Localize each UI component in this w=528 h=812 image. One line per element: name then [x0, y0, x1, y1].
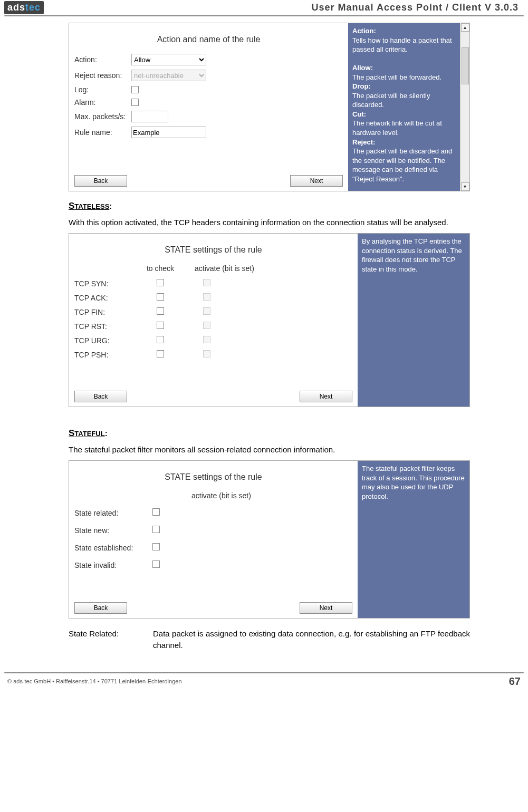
state-checkbox[interactable]: [152, 508, 160, 516]
flag-label: TCP URG:: [74, 336, 131, 345]
panel1-help: Action: Tells how to handle a packet tha…: [348, 23, 460, 191]
help-h1: Action:: [352, 27, 376, 35]
log-label: Log:: [74, 85, 131, 94]
action-label: Action:: [74, 55, 131, 64]
reject-select: net-unreachable: [131, 70, 206, 81]
activate-checkbox: [203, 336, 210, 343]
next-button[interactable]: Next: [300, 391, 352, 402]
panel2-help: By analysing the TCP entries the connect…: [358, 234, 469, 407]
tocheck-checkbox[interactable]: [157, 293, 164, 301]
help-t5: The packet will be discarded and the sen…: [352, 147, 452, 183]
def-desc: Data packet is assigned to existing data…: [153, 628, 470, 651]
help-h3: Drop:: [352, 82, 371, 90]
state-checkbox[interactable]: [152, 543, 160, 550]
tcp-flag-row: TCP FIN:: [74, 307, 352, 316]
tcp-flag-row: TCP SYN:: [74, 279, 352, 288]
state-row: State new:: [74, 526, 352, 535]
help-h5: Reject:: [352, 138, 375, 146]
tocheck-checkbox[interactable]: [157, 336, 164, 343]
logo-sub: tec: [25, 2, 41, 13]
tocheck-checkbox[interactable]: [157, 279, 164, 286]
panel-action-rule: Action and name of the rule Action: Allo…: [69, 23, 470, 191]
state-row: State established:: [74, 543, 352, 552]
flag-label: TCP ACK:: [74, 294, 131, 302]
scroll-thumb[interactable]: [462, 47, 469, 84]
logo-main: ads: [7, 2, 25, 13]
flag-label: TCP FIN:: [74, 308, 131, 316]
col-tocheck: to check: [131, 264, 189, 273]
panel-stateless: STATE settings of the rule to check acti…: [69, 233, 470, 407]
state-row: State related:: [74, 508, 352, 517]
scroll-track[interactable]: [461, 32, 469, 182]
activate-checkbox: [203, 307, 210, 315]
rulename-input[interactable]: [131, 127, 206, 138]
back-button[interactable]: Back: [74, 391, 127, 402]
tcp-flag-row: TCP URG:: [74, 336, 352, 345]
tocheck-checkbox[interactable]: [157, 322, 164, 329]
tcp-flag-row: TCP RST:: [74, 322, 352, 331]
stateless-text: With this option activated, the TCP head…: [69, 217, 470, 228]
state-label: State established:: [74, 544, 152, 552]
copyright: © ads-tec GmbH • Raiffeisenstr.14 • 7077…: [7, 678, 182, 684]
doc-title: User Manual Access Point / Client V 3.0.…: [44, 2, 524, 13]
scrollbar[interactable]: ▴ ▾: [460, 23, 469, 191]
def-state-related: State Related: Data packet is assigned t…: [69, 628, 470, 651]
tcp-flag-row: TCP ACK:: [74, 293, 352, 302]
footer-rule: [4, 672, 524, 673]
activate-checkbox: [203, 350, 210, 357]
def-term: State Related:: [69, 628, 153, 651]
panel-stateful: STATE settings of the rule activate (bit…: [69, 460, 470, 618]
maxpkts-input[interactable]: [131, 111, 168, 122]
alarm-checkbox[interactable]: [131, 99, 139, 106]
alarm-label: Alarm:: [74, 98, 131, 107]
help-h2: Allow:: [352, 64, 373, 72]
tocheck-checkbox[interactable]: [157, 350, 164, 357]
activate-checkbox: [203, 322, 210, 329]
help-h4: Cut:: [352, 110, 366, 118]
back-button[interactable]: Back: [74, 175, 127, 187]
reject-label: Reject reason:: [74, 71, 131, 80]
page-number: 67: [509, 675, 521, 688]
page-header: adstec User Manual Access Point / Client…: [0, 0, 528, 15]
state-row: State invalid:: [74, 560, 352, 569]
rulename-label: Rule name:: [74, 128, 131, 137]
panel3-help: The stateful packet filter keeps track o…: [358, 461, 469, 618]
log-checkbox[interactable]: [131, 86, 139, 93]
tocheck-checkbox[interactable]: [157, 307, 164, 315]
col-activate: activate (bit is set): [189, 264, 352, 273]
maxpkts-label: Max. packets/s:: [74, 112, 131, 121]
state-checkbox[interactable]: [152, 526, 160, 533]
panel2-headers: to check activate (bit is set): [74, 264, 352, 273]
stateful-text: The stateful packet filter monitors all …: [69, 444, 470, 455]
state-label: State related:: [74, 509, 152, 517]
help-t2: The packet will be forwarded.: [352, 73, 441, 81]
header-rule: [4, 15, 524, 16]
next-button[interactable]: Next: [300, 602, 352, 614]
action-select[interactable]: Allow: [131, 54, 206, 65]
help-t1: Tells how to handle a packet that passed…: [352, 36, 452, 54]
panel3-colheader: activate (bit is set): [90, 491, 352, 500]
help-t6: Additionally, a log entry could: [352, 194, 441, 201]
activate-checkbox: [203, 293, 210, 301]
state-checkbox[interactable]: [152, 560, 160, 568]
state-label: State invalid:: [74, 561, 152, 569]
flag-label: TCP RST:: [74, 322, 131, 331]
stateless-heading: STATELESS:: [69, 201, 470, 211]
page-footer: © ads-tec GmbH • Raiffeisenstr.14 • 7077…: [0, 675, 528, 692]
panel3-title: STATE settings of the rule: [74, 472, 352, 482]
panel2-title: STATE settings of the rule: [74, 245, 352, 255]
scroll-down-icon[interactable]: ▾: [461, 182, 469, 191]
activate-checkbox: [203, 279, 210, 286]
back-button[interactable]: Back: [74, 602, 127, 614]
logo: adstec: [4, 1, 44, 14]
stateful-heading: STATEFUL:: [69, 428, 470, 439]
flag-label: TCP PSH:: [74, 351, 131, 359]
next-button[interactable]: Next: [290, 175, 343, 187]
flag-label: TCP SYN:: [74, 279, 131, 288]
scroll-up-icon[interactable]: ▴: [461, 23, 469, 32]
panel1-title: Action and name of the rule: [74, 35, 343, 44]
tcp-flag-row: TCP PSH:: [74, 350, 352, 359]
state-label: State new:: [74, 526, 152, 535]
help-t3: The packet will be silently discarded.: [352, 92, 430, 109]
help-t4: The network link will be cut at hardware…: [352, 119, 442, 137]
